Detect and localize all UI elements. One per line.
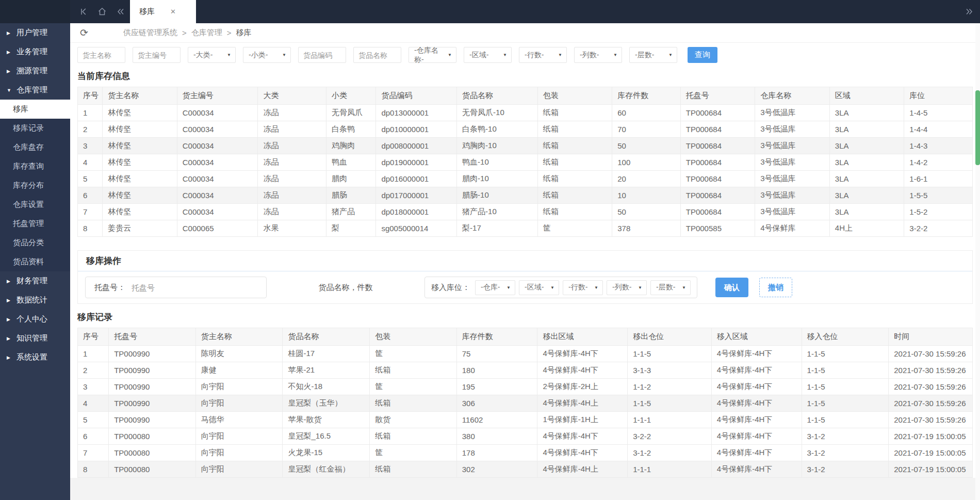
confirm-button[interactable]: 确认 [715, 278, 748, 297]
sidebar-subitem-label: 移库 [13, 104, 28, 114]
table-cell: 8 [78, 461, 109, 478]
subcategory-select[interactable]: -小类- ▼ [243, 47, 291, 63]
tab-yiku[interactable]: 移库 ✕ [130, 0, 196, 23]
column-header: 货品名称 [283, 328, 370, 346]
refresh-icon[interactable]: ⟳ [80, 28, 88, 38]
table-cell: 1-1-5 [628, 395, 712, 412]
table-cell: 1-1-1 [628, 412, 712, 428]
table-cell: 纸箱 [370, 428, 457, 445]
sidebar-subitem-label: 货品资料 [13, 257, 44, 267]
table-cell: 皇冠梨（红金福） [283, 461, 370, 478]
table-cell: 11602 [456, 412, 537, 428]
sidebar-subitem-stocktaking[interactable]: 仓库盘存 [0, 138, 70, 157]
search-button[interactable]: 查询 [688, 47, 717, 63]
sidebar-subitem-move-records[interactable]: 移库记录 [0, 119, 70, 138]
sidebar-item-system-settings[interactable]: ▶ 系统设置 [0, 348, 70, 367]
table-row: 5TP000990马德华苹果-散货散货116021号保鲜库-1H上1-1-14号… [78, 412, 973, 428]
table-row[interactable]: 8姜贵云C000065水果梨sg005000014梨-17筐378TP00058… [78, 220, 973, 237]
table-cell: 1 [78, 105, 103, 121]
goods-code-input[interactable] [298, 47, 346, 63]
sidebar-item-business-mgmt[interactable]: ▶ 业务管理 [0, 42, 70, 61]
table-cell: 3号低温库 [755, 154, 830, 171]
sidebar-subitem-goods-category[interactable]: 货品分类 [0, 233, 70, 252]
sidebar-item-personal-center[interactable]: ▶ 个人中心 [0, 310, 70, 329]
table-cell: 195 [456, 379, 537, 395]
table-cell: 70 [612, 121, 681, 138]
region-select[interactable]: -区域- ▼ [464, 47, 512, 63]
table-cell: 1-6-1 [904, 171, 973, 187]
sidebar-item-trace-mgmt[interactable]: ▶ 溯源管理 [0, 61, 70, 80]
table-cell: 腊肉-10 [457, 171, 538, 187]
move-operation-title: 移库操作 [78, 251, 972, 271]
table-cell: 20 [612, 171, 681, 187]
chevron-down-icon: ▼ [558, 53, 562, 57]
table-cell: 2 [78, 362, 109, 379]
target-rows-select[interactable]: -行数- ▼ [563, 280, 603, 295]
warehouse-select[interactable]: -仓库名称- ▼ [409, 47, 456, 63]
table-row: 4TP000990向宇阳皇冠梨（玉华）纸箱3064号保鲜库-4H上1-1-54号… [78, 395, 973, 412]
target-cols-select[interactable]: -列数- ▼ [607, 280, 647, 295]
table-cell: 378 [612, 220, 681, 237]
column-header: 托盘号 [109, 328, 196, 346]
scrollbar-track[interactable] [975, 23, 980, 500]
sidebar-item-user-mgmt[interactable]: ▶ 用户管理 [0, 23, 70, 42]
move-operation-card: 移库操作 托盘号： 货品名称，件数 移入库位： -仓库- ▼ [77, 250, 973, 304]
sidebar-subitem-inventory-distribution[interactable]: 库存分布 [0, 176, 70, 195]
sidebar-subitem-warehouse-settings[interactable]: 仓库设置 [0, 195, 70, 214]
inventory-header-row: 序号货主名称货主编号大类小类货品编码货品名称包装库存件数托盘号仓库名称区域库位 [78, 87, 973, 105]
breadcrumb-item-system[interactable]: 供应链管理系统 [123, 28, 177, 38]
goods-name-input[interactable] [353, 47, 401, 63]
target-layers-select[interactable]: -层数- ▼ [650, 280, 691, 295]
table-row[interactable]: 4林传坚C000034冻品鸭血dp019000001鸭血-10纸箱100TP00… [78, 154, 973, 171]
layers-select[interactable]: -层数- ▼ [629, 47, 677, 63]
rows-select[interactable]: -行数- ▼ [519, 47, 567, 63]
owner-name-input[interactable] [77, 47, 125, 63]
sidebar-item-label: 系统设置 [17, 352, 47, 362]
back-icon[interactable] [74, 0, 93, 23]
sidebar-subitem-pallet-mgmt[interactable]: 托盘管理 [0, 214, 70, 233]
table-row[interactable]: 1林传坚C000034冻品无骨凤爪dp013000001无骨凤爪-10纸箱60T… [78, 105, 973, 121]
table-cell: 腊肉 [326, 171, 375, 187]
table-cell: 1号保鲜库-1H上 [537, 412, 628, 428]
table-cell: 3LA [829, 105, 904, 121]
table-cell: 林传坚 [103, 105, 177, 121]
home-icon[interactable] [93, 0, 111, 23]
app-window: 移库 ✕ ▶ 用户管理 ▶ 业务管理 ▶ 溯源管理 ▼ 仓库管理 移库 移库记录… [0, 0, 980, 500]
cols-select[interactable]: -列数- ▼ [574, 47, 622, 63]
sidebar: ▶ 用户管理 ▶ 业务管理 ▶ 溯源管理 ▼ 仓库管理 移库 移库记录 仓库盘存… [0, 23, 70, 500]
table-row[interactable]: 2林传坚C000034冻品白条鸭dp010000001白条鸭-10纸箱70TP0… [78, 121, 973, 138]
tab-close-icon[interactable]: ✕ [170, 8, 176, 15]
column-header: 货主编号 [177, 87, 258, 105]
table-cell: TP000684 [680, 121, 755, 138]
pallet-input[interactable] [130, 283, 261, 293]
sidebar-item-finance-mgmt[interactable]: ▶ 财务管理 [0, 271, 70, 291]
sidebar-subitem-goods-info[interactable]: 货品资料 [0, 252, 70, 271]
table-cell: C000034 [177, 105, 258, 121]
table-cell: 4H上 [829, 220, 904, 237]
table-row[interactable]: 3林传坚C000034冻品鸡胸肉dp008000001鸡胸肉-10纸箱50TP0… [78, 138, 973, 154]
table-cell: 筐 [370, 346, 457, 362]
select-value: -列数- [612, 283, 631, 292]
breadcrumb-item-warehouse-mgmt[interactable]: 仓库管理 [191, 28, 222, 38]
collapse-tabs-left-icon[interactable] [111, 0, 130, 23]
table-cell: 康健 [195, 362, 283, 379]
sidebar-item-warehouse-mgmt[interactable]: ▼ 仓库管理 [0, 80, 70, 100]
target-region-select[interactable]: -区域- ▼ [519, 280, 559, 295]
sidebar-item-data-stats[interactable]: ▶ 数据统计 [0, 291, 70, 310]
table-cell: 冻品 [258, 138, 326, 154]
scrollbar-thumb[interactable] [975, 90, 980, 165]
sidebar-item-knowledge-mgmt[interactable]: ▶ 知识管理 [0, 329, 70, 348]
table-row[interactable]: 7林传坚C000034冻品猪产品dp018000001猪产品-10纸箱50TP0… [78, 204, 973, 220]
table-cell: 不知火-18 [283, 379, 370, 395]
table-row[interactable]: 5林传坚C000034冻品腊肉dp016000001腊肉-10纸箱20TP000… [78, 171, 973, 187]
scroll-tabs-right-icon[interactable] [966, 0, 973, 23]
records-section-title: 移库记录 [77, 311, 973, 323]
category-select[interactable]: -大类- ▼ [188, 47, 236, 63]
table-row[interactable]: 6林传坚C000034冻品腊肠dp017000001腊肠-10纸箱10TP000… [78, 187, 973, 204]
sidebar-subitem-inventory-query[interactable]: 库存查询 [0, 157, 70, 176]
undo-button[interactable]: 撤销 [759, 278, 792, 297]
target-warehouse-select[interactable]: -仓库- ▼ [475, 280, 515, 295]
owner-code-input[interactable] [133, 47, 181, 63]
column-header: 时间 [889, 328, 973, 346]
sidebar-subitem-move[interactable]: 移库 [0, 100, 70, 119]
